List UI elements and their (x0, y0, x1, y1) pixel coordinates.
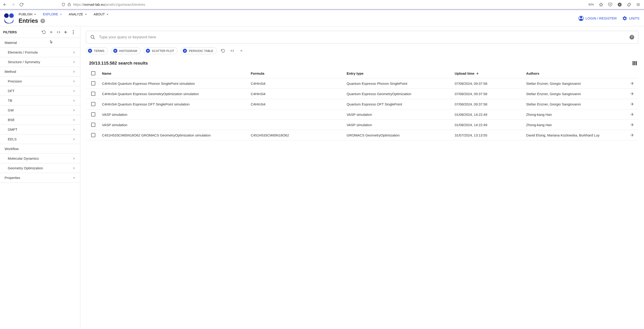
filter-item-label: Precision (8, 79, 22, 83)
row-checkbox[interactable] (91, 123, 95, 127)
shield-icon[interactable] (62, 3, 65, 6)
forward-button[interactable] (10, 2, 16, 7)
cell-authors: David Elsing, Mariana Kozlowska, Burkhar… (526, 133, 624, 137)
clear-filters-icon[interactable] (48, 29, 55, 36)
select-all-checkbox[interactable] (91, 71, 95, 75)
filter-item[interactable]: TB (0, 96, 80, 106)
row-checkbox[interactable] (91, 81, 95, 86)
zoom-level[interactable]: 90% (588, 3, 594, 6)
filter-item[interactable]: GW (0, 106, 80, 115)
filter-item-label: DMFT (8, 128, 18, 132)
filter-item[interactable]: DFT (0, 86, 80, 96)
open-row-icon[interactable] (630, 102, 634, 106)
nav-analyze[interactable]: ANALYZE (69, 12, 87, 16)
table-row[interactable]: VASP simulationVASP simulation01/08/2024… (86, 120, 638, 130)
chevron-right-icon (72, 128, 76, 131)
chip-histogram[interactable]: +HISTOGRAM (111, 47, 141, 54)
back-button[interactable] (2, 2, 7, 7)
reset-filters-icon[interactable] (40, 29, 48, 36)
app-header: PUBLISHEXPLOREANALYZEABOUT Entries ? LOG… (0, 10, 644, 26)
table-row[interactable]: VASP simulationVASP simulation01/08/2024… (86, 109, 638, 120)
column-view-icon[interactable] (632, 61, 637, 65)
svg-marker-1 (600, 3, 603, 6)
open-row-icon[interactable] (630, 112, 634, 117)
more-filters-icon[interactable] (70, 29, 77, 36)
col-entry-type[interactable]: Entry type (346, 72, 452, 75)
filters-heading: FILTERS (3, 30, 40, 34)
col-authors[interactable]: Authors (526, 72, 624, 75)
url-host: nomad-lab.eu (84, 2, 105, 6)
col-upload-time[interactable]: Upload time (455, 72, 524, 75)
cell-name: C4HInSi4 Quantum Espresso Phonon SingleP… (102, 82, 248, 86)
cell-upload-time: 07/08/2024, 09:37:58 (455, 102, 524, 106)
filter-item[interactable]: Structure / Symmetry (0, 57, 80, 67)
table-row[interactable]: C4HInSi4 Quantum Espresso DFT SinglePoin… (86, 99, 638, 109)
code-view-icon[interactable] (55, 29, 62, 36)
row-checkbox[interactable] (91, 112, 95, 116)
nav-explore[interactable]: EXPLORE (43, 12, 62, 16)
results-table: Name Formula Entry type Upload time Auth… (86, 68, 638, 140)
units-button[interactable]: UNITS (622, 16, 640, 21)
filters-sidebar: FILTERS MaterialElements / FormulaStruct… (0, 26, 80, 328)
help-icon[interactable]: ? (40, 18, 45, 23)
results-summary: 20/13.115.582 search results (89, 61, 632, 66)
search-input[interactable] (99, 35, 626, 40)
row-checkbox[interactable] (91, 92, 95, 96)
url-prefix: https:// (73, 2, 84, 6)
cell-formula: C4HInSi4 (251, 102, 344, 106)
chevron-right-icon (72, 118, 76, 122)
filter-item-label: BSE (8, 118, 15, 122)
url-bar[interactable]: https://nomad-lab.eu/prod/v1/gui/search/… (73, 2, 146, 6)
extensions-icon[interactable] (627, 2, 631, 7)
filter-section-properties[interactable]: Properties (0, 173, 80, 183)
filter-item[interactable]: Elements / Formula (0, 48, 80, 57)
filter-section-method[interactable]: Method (0, 67, 80, 76)
cell-authors: Stefan Enzner, Giorgio Sangiovanni (526, 102, 624, 106)
cell-upload-time: 07/08/2024, 09:37:58 (455, 82, 524, 86)
search-help-icon[interactable]: ? (630, 35, 634, 40)
lock-icon[interactable] (68, 3, 71, 6)
chip-scatter-plot[interactable]: +SCATTER PLOT (144, 47, 178, 54)
code-widgets-icon[interactable] (229, 48, 235, 54)
table-row[interactable]: C4HInSi4 Quantum Espresso Phonon SingleP… (86, 78, 638, 89)
logo[interactable] (4, 13, 14, 24)
nav-publish[interactable]: PUBLISH (18, 12, 36, 16)
reload-button[interactable] (19, 2, 24, 7)
col-name[interactable]: Name (102, 72, 248, 75)
table-row[interactable]: C451H533Cl465N18O62 GROMACS GeometryOpti… (86, 130, 638, 140)
search-box[interactable]: ? (86, 31, 638, 44)
svg-rect-0 (68, 4, 70, 6)
filter-item[interactable]: EELS (0, 134, 80, 144)
login-button[interactable]: LOGIN / REGISTER (578, 16, 617, 21)
account-icon[interactable]: N (617, 2, 622, 7)
row-checkbox[interactable] (91, 102, 95, 106)
collapse-widgets-icon[interactable] (238, 48, 244, 54)
open-row-icon[interactable] (630, 81, 634, 86)
bookmark-icon[interactable] (599, 2, 603, 7)
chip-label: TERMS (94, 49, 104, 52)
svg-point-15 (91, 36, 94, 38)
reset-widgets-icon[interactable] (220, 48, 226, 54)
row-checkbox[interactable] (91, 133, 95, 137)
filter-item[interactable]: BSE (0, 115, 80, 125)
col-upload-time-label: Upload time (455, 72, 474, 75)
open-row-icon[interactable] (630, 92, 634, 96)
open-row-icon[interactable] (630, 122, 634, 127)
units-label: UNITS (629, 16, 640, 20)
collapse-sidebar-icon[interactable] (62, 29, 70, 36)
menu-icon[interactable] (636, 2, 640, 7)
filter-item[interactable]: Precision (0, 76, 80, 86)
open-row-icon[interactable] (630, 133, 634, 138)
filter-item[interactable]: Geometry Optimization (0, 163, 80, 173)
chip-periodic-table[interactable]: +PERIODIC TABLE (181, 47, 216, 54)
nav-about[interactable]: ABOUT (94, 12, 109, 16)
filter-item[interactable]: DMFT (0, 125, 80, 134)
chevron-right-icon (72, 99, 76, 102)
filter-item[interactable]: Molecular Dynamics (0, 154, 80, 163)
widget-chips: +TERMS+HISTOGRAM+SCATTER PLOT+PERIODIC T… (86, 47, 638, 54)
chip-terms[interactable]: +TERMS (86, 47, 108, 54)
search-icon (90, 35, 95, 40)
table-row[interactable]: C4HInSi4 Quantum Espresso GeometryOptimi… (86, 89, 638, 99)
col-formula[interactable]: Formula (251, 72, 344, 75)
pocket-icon[interactable] (608, 2, 612, 7)
